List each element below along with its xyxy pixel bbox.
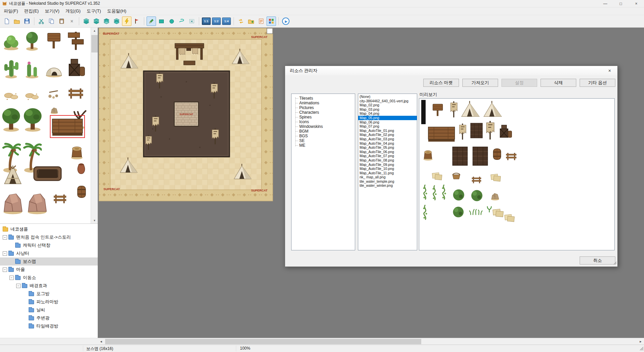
new-file-button[interactable] — [2, 16, 11, 26]
delete-button[interactable]: × — [67, 16, 76, 26]
select-tool-button[interactable] — [187, 16, 196, 26]
category-windowskins[interactable]: Windowskins — [293, 124, 355, 129]
tileset-palette[interactable]: ▲ ▼ — [0, 28, 98, 224]
file-item[interactable]: Map_05.png — [358, 116, 417, 120]
file-item[interactable]: Map_AutoTile_07.png — [358, 154, 417, 158]
category-icons[interactable]: Icons — [293, 119, 355, 124]
zoom-1-4-button[interactable]: 1:4 — [222, 17, 231, 25]
tree-item[interactable]: −마을 — [0, 266, 98, 274]
file-item[interactable]: tile_water_temple.png — [358, 179, 417, 184]
file-item[interactable]: Map_AutoTile_08.png — [358, 158, 417, 163]
palette-tile-teepee[interactable] — [1, 162, 24, 186]
tree-expander[interactable]: − — [3, 235, 7, 240]
file-item[interactable]: Map_03.png — [358, 107, 417, 112]
tree-item[interactable]: 파노라마방 — [0, 298, 98, 306]
rect-tool-button[interactable] — [157, 16, 166, 26]
resize-grip[interactable] — [639, 346, 644, 352]
palette-tile-crate-stack[interactable] — [66, 54, 86, 80]
file-item[interactable]: Map_AutoTile_11.png — [358, 171, 417, 175]
palette-tile-wood-platform-selected[interactable] — [51, 116, 84, 137]
menu-item[interactable]: 도움말(H) — [104, 7, 129, 15]
play-game-button[interactable]: ▶ — [281, 16, 290, 26]
palette-tile-barrel[interactable] — [76, 184, 87, 199]
map-canvas[interactable]: SUPERCAT SUPERCAT SUPERCAT SUPERCAT SUPE… — [99, 28, 273, 201]
palette-tile-sign[interactable] — [44, 30, 63, 51]
file-item[interactable]: Map_06.png — [358, 120, 417, 125]
lasso-tool-button[interactable] — [177, 16, 186, 26]
script-note-button[interactable] — [256, 16, 266, 26]
dialog-resize-grip[interactable] — [613, 261, 617, 266]
delete-resource-button[interactable]: 삭제 — [541, 79, 576, 87]
scroll-left-button[interactable]: ◄ — [98, 338, 104, 345]
menu-item[interactable]: 편집(E) — [21, 7, 42, 15]
dialog-close-button[interactable]: × — [605, 67, 615, 74]
tree-expander[interactable]: − — [3, 268, 7, 272]
palette-tile-stump[interactable] — [67, 141, 86, 160]
category-pictures[interactable]: Pictures — [293, 105, 355, 110]
palette-tile-big-tree-2[interactable] — [22, 104, 43, 135]
category-se[interactable]: SE — [293, 138, 355, 143]
palette-tile-cactus[interactable] — [1, 54, 21, 80]
tree-item[interactable]: 보스맵 — [0, 257, 98, 266]
palette-tile-dirt-pit[interactable] — [28, 165, 67, 182]
tree-item[interactable]: −배경효과 — [0, 282, 98, 290]
pencil-tool-button[interactable] — [147, 16, 156, 26]
palette-tile-dome-tent[interactable] — [44, 55, 63, 79]
palette-tile-cactus-flower[interactable] — [22, 54, 42, 80]
paste-button[interactable] — [57, 16, 66, 26]
run-flag-button[interactable] — [132, 16, 142, 26]
tree-item[interactable]: 포그방 — [0, 290, 98, 298]
resource-manager-button[interactable] — [267, 16, 276, 26]
palette-tile-bush[interactable] — [1, 30, 21, 51]
palette-tile-big-rock-1[interactable] — [1, 188, 24, 215]
category-animations[interactable]: Animations — [293, 101, 355, 105]
file-item[interactable]: Map_AutoTile_02.png — [358, 133, 417, 137]
import-folder-button[interactable] — [246, 16, 256, 26]
tree-item[interactable]: −사냥터 — [0, 249, 98, 257]
palette-tile-tree[interactable] — [22, 30, 42, 51]
category-me[interactable]: ME — [293, 143, 355, 148]
file-item[interactable]: Map_02.png — [358, 103, 417, 107]
scroll-thumb[interactable] — [105, 339, 421, 344]
category-spines[interactable]: Spines — [293, 115, 355, 119]
canvas-hscrollbar[interactable]: ◄ ► — [98, 338, 644, 345]
file-item[interactable]: Map_AutoTile_01.png — [358, 129, 417, 133]
layer-3-button[interactable] — [102, 16, 111, 26]
tree-item[interactable]: 주변광 — [0, 314, 98, 322]
palette-tile-fence[interactable] — [66, 82, 86, 101]
file-item[interactable]: (None) — [358, 95, 417, 99]
layer-2-button[interactable] — [92, 16, 101, 26]
palette-tile-sand-mound-2[interactable] — [22, 83, 42, 101]
palette-tile-pot[interactable] — [75, 162, 87, 176]
tree-expander[interactable]: − — [16, 284, 21, 288]
file-item[interactable]: tile_water_winter.png — [358, 183, 417, 188]
file-item[interactable]: Map_07.png — [358, 124, 417, 129]
file-item[interactable]: Map_AutoTile_10.png — [358, 167, 417, 171]
tree-item[interactable]: −맨처음 접속 인트로->스토리 — [0, 233, 98, 241]
tree-item[interactable]: 네코샘플 — [0, 225, 98, 233]
palette-tile-sand-mound[interactable] — [1, 82, 21, 101]
file-item[interactable]: Map_AutoTile_04.png — [358, 141, 417, 146]
layer-1-button[interactable] — [82, 16, 91, 26]
resource-market-button[interactable]: 리소스 마켓 — [423, 79, 459, 87]
layer-4-button[interactable] — [112, 16, 121, 26]
palette-scrollbar[interactable]: ▲ ▼ — [91, 28, 98, 224]
tree-item[interactable]: −이동소 — [0, 274, 98, 282]
palette-tile-big-tree-1[interactable] — [1, 104, 22, 135]
cancel-button[interactable]: 취소 — [580, 256, 615, 265]
import-button[interactable]: 가져오기 — [462, 79, 498, 87]
left-panel-hscrollbar[interactable] — [0, 338, 98, 345]
palette-tile-rock-small[interactable] — [45, 104, 63, 114]
ellipse-tool-button[interactable] — [167, 16, 176, 26]
scroll-thumb[interactable] — [91, 35, 98, 52]
menu-item[interactable]: 게임(G) — [62, 7, 84, 15]
bgm-loop-button[interactable] — [236, 16, 246, 26]
dialog-title-bar[interactable]: 리소스 관리자 — [285, 66, 617, 75]
copy-button[interactable] — [47, 16, 56, 26]
palette-tile-sign-double[interactable] — [66, 29, 86, 52]
file-item[interactable]: Map_AutoTile_06.png — [358, 150, 417, 154]
palette-tile-pebbles[interactable] — [44, 82, 63, 101]
category-bgm[interactable]: BGM — [293, 129, 355, 134]
category-characters[interactable]: Characters — [293, 110, 355, 115]
close-button[interactable]: × — [628, 0, 644, 7]
